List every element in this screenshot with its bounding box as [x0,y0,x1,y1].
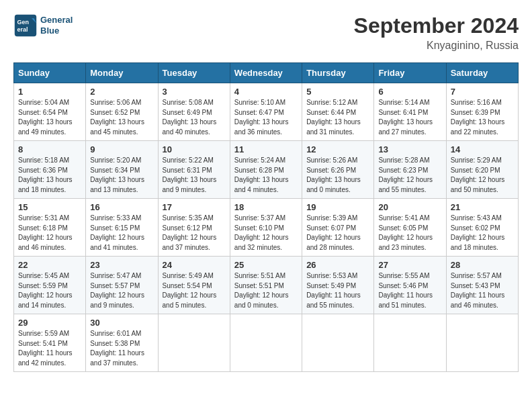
cell-content: Sunrise: 5:43 AMSunset: 6:02 PMDaylight:… [451,214,514,253]
day-number: 18 [234,202,298,212]
day-number: 27 [378,260,441,270]
calendar-cell: 13Sunrise: 5:28 AMSunset: 6:23 PMDayligh… [374,141,446,199]
calendar-cell: 12Sunrise: 5:26 AMSunset: 6:26 PMDayligh… [302,141,374,199]
day-number: 24 [163,260,226,270]
cell-content: Sunrise: 5:37 AMSunset: 6:10 PMDaylight:… [234,214,298,253]
weekday-header: Thursday [302,63,374,83]
logo-line1: General [40,15,73,26]
day-number: 22 [18,260,81,270]
cell-content: Sunrise: 5:41 AMSunset: 6:05 PMDaylight:… [378,214,441,253]
weekday-header: Tuesday [158,63,230,83]
cell-content: Sunrise: 5:18 AMSunset: 6:36 PMDaylight:… [18,156,81,195]
calendar-cell: 2Sunrise: 5:06 AMSunset: 6:52 PMDaylight… [86,83,158,141]
weekday-header: Sunday [14,63,86,83]
calendar-cell: 20Sunrise: 5:41 AMSunset: 6:05 PMDayligh… [374,199,446,257]
day-number: 28 [451,260,514,270]
calendar-cell [374,314,446,372]
calendar-header-row: SundayMondayTuesdayWednesdayThursdayFrid… [14,63,519,83]
calendar-week-row: 15Sunrise: 5:31 AMSunset: 6:18 PMDayligh… [14,199,519,257]
calendar-cell: 17Sunrise: 5:35 AMSunset: 6:12 PMDayligh… [158,199,230,257]
cell-content: Sunrise: 5:33 AMSunset: 6:15 PMDaylight:… [90,214,153,253]
day-number: 4 [234,87,298,97]
weekday-header: Wednesday [230,63,302,83]
day-number: 5 [306,87,369,97]
cell-content: Sunrise: 5:53 AMSunset: 5:49 PMDaylight:… [306,271,369,310]
cell-content: Sunrise: 6:01 AMSunset: 5:38 PMDaylight:… [90,329,153,368]
logo-text: General Blue [40,15,73,36]
cell-content: Sunrise: 5:28 AMSunset: 6:23 PMDaylight:… [378,156,441,195]
day-number: 23 [90,260,153,270]
calendar-cell: 29Sunrise: 5:59 AMSunset: 5:41 PMDayligh… [14,314,86,372]
calendar-cell [302,314,374,372]
cell-content: Sunrise: 5:39 AMSunset: 6:07 PMDaylight:… [306,214,369,253]
day-number: 13 [378,144,441,154]
calendar-cell: 5Sunrise: 5:12 AMSunset: 6:44 PMDaylight… [302,83,374,141]
logo-icon: Gen eral [13,13,38,38]
calendar-cell: 14Sunrise: 5:29 AMSunset: 6:20 PMDayligh… [446,141,518,199]
calendar-cell: 1Sunrise: 5:04 AMSunset: 6:54 PMDaylight… [14,83,86,141]
day-number: 12 [306,144,369,154]
day-number: 30 [90,318,153,328]
calendar-cell: 9Sunrise: 5:20 AMSunset: 6:34 PMDaylight… [86,141,158,199]
cell-content: Sunrise: 5:12 AMSunset: 6:44 PMDaylight:… [306,98,369,137]
day-number: 10 [163,144,226,154]
svg-text:Gen: Gen [17,19,29,26]
calendar-cell: 25Sunrise: 5:51 AMSunset: 5:51 PMDayligh… [230,257,302,314]
calendar-week-row: 1Sunrise: 5:04 AMSunset: 6:54 PMDaylight… [14,83,519,141]
calendar-table: SundayMondayTuesdayWednesdayThursdayFrid… [13,62,519,372]
calendar-cell: 7Sunrise: 5:16 AMSunset: 6:39 PMDaylight… [446,83,518,141]
calendar-cell: 28Sunrise: 5:57 AMSunset: 5:43 PMDayligh… [446,257,518,314]
calendar-cell: 23Sunrise: 5:47 AMSunset: 5:57 PMDayligh… [86,257,158,314]
day-number: 29 [18,318,81,328]
day-number: 20 [378,202,441,212]
calendar-cell: 10Sunrise: 5:22 AMSunset: 6:31 PMDayligh… [158,141,230,199]
cell-content: Sunrise: 5:45 AMSunset: 5:59 PMDaylight:… [18,271,81,310]
cell-content: Sunrise: 5:22 AMSunset: 6:31 PMDaylight:… [163,156,226,195]
weekday-header: Monday [86,63,158,83]
calendar-cell: 15Sunrise: 5:31 AMSunset: 6:18 PMDayligh… [14,199,86,257]
calendar-cell: 19Sunrise: 5:39 AMSunset: 6:07 PMDayligh… [302,199,374,257]
cell-content: Sunrise: 5:14 AMSunset: 6:41 PMDaylight:… [378,98,441,137]
calendar-cell: 26Sunrise: 5:53 AMSunset: 5:49 PMDayligh… [302,257,374,314]
weekday-header: Saturday [446,63,518,83]
calendar-cell [158,314,230,372]
month-title: September 2024 [354,13,519,38]
day-number: 7 [451,87,514,97]
cell-content: Sunrise: 5:04 AMSunset: 6:54 PMDaylight:… [18,98,81,137]
cell-content: Sunrise: 5:29 AMSunset: 6:20 PMDaylight:… [451,156,514,195]
cell-content: Sunrise: 5:35 AMSunset: 6:12 PMDaylight:… [163,214,226,253]
cell-content: Sunrise: 5:55 AMSunset: 5:46 PMDaylight:… [378,271,441,310]
calendar-cell: 22Sunrise: 5:45 AMSunset: 5:59 PMDayligh… [14,257,86,314]
calendar-week-row: 22Sunrise: 5:45 AMSunset: 5:59 PMDayligh… [14,257,519,314]
cell-content: Sunrise: 5:31 AMSunset: 6:18 PMDaylight:… [18,214,81,253]
day-number: 16 [90,202,153,212]
day-number: 11 [234,144,298,154]
weekday-header: Friday [374,63,446,83]
day-number: 15 [18,202,81,212]
cell-content: Sunrise: 5:51 AMSunset: 5:51 PMDaylight:… [234,271,298,310]
day-number: 14 [451,144,514,154]
calendar-cell: 4Sunrise: 5:10 AMSunset: 6:47 PMDaylight… [230,83,302,141]
logo: Gen eral General Blue [13,13,73,38]
cell-content: Sunrise: 5:08 AMSunset: 6:49 PMDaylight:… [163,98,226,137]
calendar-cell [446,314,518,372]
calendar-cell: 3Sunrise: 5:08 AMSunset: 6:49 PMDaylight… [158,83,230,141]
cell-content: Sunrise: 5:20 AMSunset: 6:34 PMDaylight:… [90,156,153,195]
logo-line2: Blue [40,26,73,36]
day-number: 25 [234,260,298,270]
cell-content: Sunrise: 5:57 AMSunset: 5:43 PMDaylight:… [451,271,514,310]
cell-content: Sunrise: 5:10 AMSunset: 6:47 PMDaylight:… [234,98,298,137]
cell-content: Sunrise: 5:59 AMSunset: 5:41 PMDaylight:… [18,329,81,368]
cell-content: Sunrise: 5:24 AMSunset: 6:28 PMDaylight:… [234,156,298,195]
day-number: 9 [90,144,153,154]
cell-content: Sunrise: 5:49 AMSunset: 5:54 PMDaylight:… [163,271,226,310]
calendar-cell: 30Sunrise: 6:01 AMSunset: 5:38 PMDayligh… [86,314,158,372]
day-number: 3 [163,87,226,97]
day-number: 26 [306,260,369,270]
cell-content: Sunrise: 5:16 AMSunset: 6:39 PMDaylight:… [451,98,514,137]
calendar-cell: 21Sunrise: 5:43 AMSunset: 6:02 PMDayligh… [446,199,518,257]
cell-content: Sunrise: 5:47 AMSunset: 5:57 PMDaylight:… [90,271,153,310]
day-number: 8 [18,144,81,154]
calendar-cell: 8Sunrise: 5:18 AMSunset: 6:36 PMDaylight… [14,141,86,199]
cell-content: Sunrise: 5:06 AMSunset: 6:52 PMDaylight:… [90,98,153,137]
